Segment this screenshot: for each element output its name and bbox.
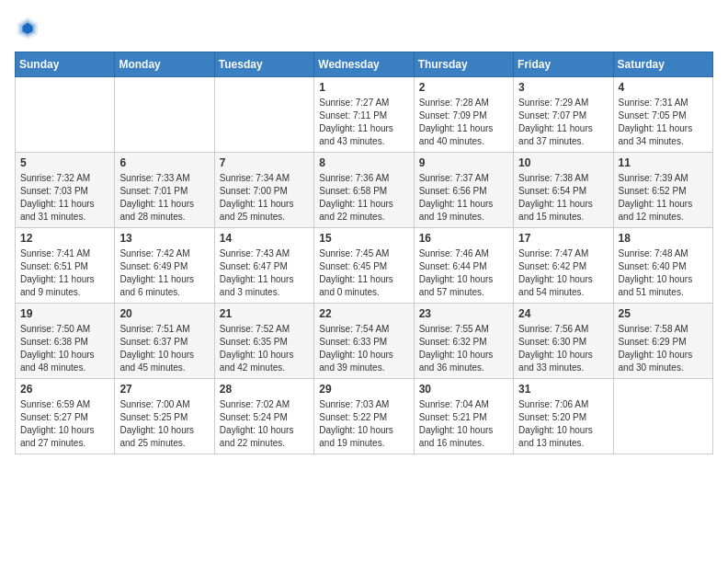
day-header-wednesday: Wednesday [314, 52, 414, 77]
calendar-week-5: 26Sunrise: 6:59 AM Sunset: 5:27 PM Dayli… [16, 379, 713, 454]
day-info: Sunrise: 7:34 AM Sunset: 7:00 PM Dayligh… [220, 172, 309, 224]
calendar-cell: 8Sunrise: 7:36 AM Sunset: 6:58 PM Daylig… [314, 153, 414, 228]
calendar-cell: 3Sunrise: 7:29 AM Sunset: 7:07 PM Daylig… [514, 77, 613, 153]
day-info: Sunrise: 7:39 AM Sunset: 6:52 PM Dayligh… [619, 172, 708, 224]
calendar-week-1: 1Sunrise: 7:27 AM Sunset: 7:11 PM Daylig… [16, 77, 713, 153]
day-header-tuesday: Tuesday [214, 52, 313, 77]
day-number: 11 [619, 156, 708, 169]
day-info: Sunrise: 7:47 AM Sunset: 6:42 PM Dayligh… [518, 247, 608, 299]
calendar-cell: 23Sunrise: 7:55 AM Sunset: 6:32 PM Dayli… [414, 304, 513, 379]
day-number: 26 [20, 383, 109, 396]
calendar-cell: 7Sunrise: 7:34 AM Sunset: 7:00 PM Daylig… [214, 153, 313, 228]
calendar-header-row: SundayMondayTuesdayWednesdayThursdayFrid… [16, 52, 713, 77]
day-info: Sunrise: 7:31 AM Sunset: 7:05 PM Dayligh… [619, 97, 708, 148]
day-info: Sunrise: 7:43 AM Sunset: 6:47 PM Dayligh… [220, 247, 309, 299]
calendar-cell [214, 77, 313, 153]
day-number: 31 [518, 383, 608, 396]
day-info: Sunrise: 7:56 AM Sunset: 6:30 PM Dayligh… [518, 323, 608, 374]
calendar-cell: 17Sunrise: 7:47 AM Sunset: 6:42 PM Dayli… [514, 228, 613, 304]
calendar-week-4: 19Sunrise: 7:50 AM Sunset: 6:38 PM Dayli… [16, 304, 713, 379]
calendar-cell: 12Sunrise: 7:41 AM Sunset: 6:51 PM Dayli… [16, 228, 115, 304]
calendar-cell: 1Sunrise: 7:27 AM Sunset: 7:11 PM Daylig… [314, 77, 414, 153]
day-number: 12 [20, 232, 109, 245]
calendar-cell: 24Sunrise: 7:56 AM Sunset: 6:30 PM Dayli… [514, 304, 613, 379]
calendar-cell: 14Sunrise: 7:43 AM Sunset: 6:47 PM Dayli… [214, 228, 313, 304]
day-number: 27 [119, 383, 209, 396]
calendar-cell: 31Sunrise: 7:06 AM Sunset: 5:20 PM Dayli… [514, 379, 613, 454]
calendar-cell: 10Sunrise: 7:38 AM Sunset: 6:54 PM Dayli… [514, 153, 613, 228]
calendar-cell [613, 379, 712, 454]
calendar-cell: 4Sunrise: 7:31 AM Sunset: 7:05 PM Daylig… [613, 77, 712, 153]
logo-icon [15, 15, 40, 40]
calendar-cell: 11Sunrise: 7:39 AM Sunset: 6:52 PM Dayli… [613, 153, 712, 228]
day-header-thursday: Thursday [414, 52, 513, 77]
day-number: 2 [419, 81, 508, 94]
day-info: Sunrise: 7:37 AM Sunset: 6:56 PM Dayligh… [419, 172, 508, 224]
calendar-cell: 15Sunrise: 7:45 AM Sunset: 6:45 PM Dayli… [314, 228, 414, 304]
calendar-cell: 29Sunrise: 7:03 AM Sunset: 5:22 PM Dayli… [314, 379, 414, 454]
day-info: Sunrise: 7:50 AM Sunset: 6:38 PM Dayligh… [20, 323, 109, 374]
calendar-cell: 13Sunrise: 7:42 AM Sunset: 6:49 PM Dayli… [115, 228, 214, 304]
day-info: Sunrise: 7:32 AM Sunset: 7:03 PM Dayligh… [20, 172, 109, 224]
day-info: Sunrise: 7:03 AM Sunset: 5:22 PM Dayligh… [319, 398, 408, 450]
calendar-cell: 21Sunrise: 7:52 AM Sunset: 6:35 PM Dayli… [214, 304, 313, 379]
day-header-friday: Friday [514, 52, 613, 77]
day-info: Sunrise: 7:29 AM Sunset: 7:07 PM Dayligh… [518, 97, 608, 148]
day-info: Sunrise: 7:46 AM Sunset: 6:44 PM Dayligh… [419, 247, 508, 299]
day-number: 18 [619, 232, 708, 245]
day-info: Sunrise: 7:52 AM Sunset: 6:35 PM Dayligh… [220, 323, 309, 374]
day-number: 4 [619, 81, 708, 94]
day-info: Sunrise: 7:36 AM Sunset: 6:58 PM Dayligh… [319, 172, 408, 224]
day-number: 14 [220, 232, 309, 245]
day-number: 29 [319, 383, 408, 396]
day-number: 8 [319, 156, 408, 169]
day-info: Sunrise: 7:48 AM Sunset: 6:40 PM Dayligh… [619, 247, 708, 299]
calendar-cell: 20Sunrise: 7:51 AM Sunset: 6:37 PM Dayli… [115, 304, 214, 379]
day-info: Sunrise: 7:28 AM Sunset: 7:09 PM Dayligh… [419, 97, 508, 148]
day-number: 5 [20, 156, 109, 169]
day-header-sunday: Sunday [16, 52, 115, 77]
day-info: Sunrise: 7:38 AM Sunset: 6:54 PM Dayligh… [518, 172, 608, 224]
calendar-cell: 27Sunrise: 7:00 AM Sunset: 5:25 PM Dayli… [115, 379, 214, 454]
calendar-week-2: 5Sunrise: 7:32 AM Sunset: 7:03 PM Daylig… [16, 153, 713, 228]
day-info: Sunrise: 7:51 AM Sunset: 6:37 PM Dayligh… [119, 323, 209, 374]
day-number: 7 [220, 156, 309, 169]
day-number: 19 [20, 307, 109, 320]
day-number: 23 [419, 307, 508, 320]
day-number: 6 [119, 156, 209, 169]
day-number: 3 [518, 81, 608, 94]
calendar-cell [115, 77, 214, 153]
calendar-cell: 16Sunrise: 7:46 AM Sunset: 6:44 PM Dayli… [414, 228, 513, 304]
day-info: Sunrise: 7:55 AM Sunset: 6:32 PM Dayligh… [419, 323, 508, 374]
day-number: 16 [419, 232, 508, 245]
day-number: 30 [419, 383, 508, 396]
calendar-cell: 6Sunrise: 7:33 AM Sunset: 7:01 PM Daylig… [115, 153, 214, 228]
day-header-saturday: Saturday [613, 52, 712, 77]
calendar-week-3: 12Sunrise: 7:41 AM Sunset: 6:51 PM Dayli… [16, 228, 713, 304]
calendar-cell: 26Sunrise: 6:59 AM Sunset: 5:27 PM Dayli… [16, 379, 115, 454]
calendar-cell: 5Sunrise: 7:32 AM Sunset: 7:03 PM Daylig… [16, 153, 115, 228]
calendar-cell: 9Sunrise: 7:37 AM Sunset: 6:56 PM Daylig… [414, 153, 513, 228]
calendar-cell: 22Sunrise: 7:54 AM Sunset: 6:33 PM Dayli… [314, 304, 414, 379]
calendar-cell [16, 77, 115, 153]
day-info: Sunrise: 7:41 AM Sunset: 6:51 PM Dayligh… [20, 247, 109, 299]
page-header [15, 15, 713, 40]
day-info: Sunrise: 7:02 AM Sunset: 5:24 PM Dayligh… [220, 398, 309, 450]
calendar-cell: 28Sunrise: 7:02 AM Sunset: 5:24 PM Dayli… [214, 379, 313, 454]
day-number: 25 [619, 307, 708, 320]
day-number: 9 [419, 156, 508, 169]
day-info: Sunrise: 7:27 AM Sunset: 7:11 PM Dayligh… [319, 97, 408, 148]
day-number: 13 [119, 232, 209, 245]
day-number: 22 [319, 307, 408, 320]
calendar-cell: 30Sunrise: 7:04 AM Sunset: 5:21 PM Dayli… [414, 379, 513, 454]
calendar-cell: 18Sunrise: 7:48 AM Sunset: 6:40 PM Dayli… [613, 228, 712, 304]
day-info: Sunrise: 7:54 AM Sunset: 6:33 PM Dayligh… [319, 323, 408, 374]
day-info: Sunrise: 7:45 AM Sunset: 6:45 PM Dayligh… [319, 247, 408, 299]
day-number: 17 [518, 232, 608, 245]
calendar-cell: 25Sunrise: 7:58 AM Sunset: 6:29 PM Dayli… [613, 304, 712, 379]
day-number: 10 [518, 156, 608, 169]
day-number: 15 [319, 232, 408, 245]
day-number: 1 [319, 81, 408, 94]
calendar-table: SundayMondayTuesdayWednesdayThursdayFrid… [15, 52, 713, 454]
day-info: Sunrise: 7:42 AM Sunset: 6:49 PM Dayligh… [119, 247, 209, 299]
